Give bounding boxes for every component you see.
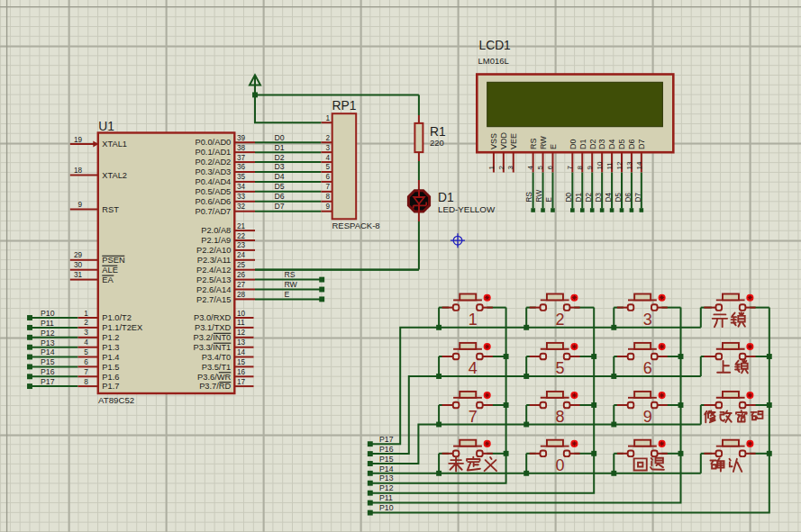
- svg-text:23: 23: [237, 241, 246, 249]
- svg-text:D5: D5: [614, 193, 623, 203]
- svg-text:P12: P12: [379, 483, 394, 492]
- svg-text:5: 5: [84, 348, 88, 356]
- svg-text:1: 1: [469, 311, 478, 329]
- svg-text:LCD1: LCD1: [479, 39, 511, 52]
- svg-text:RS: RS: [529, 138, 538, 149]
- svg-text:P2.1/A9: P2.1/A9: [201, 236, 231, 245]
- svg-text:24: 24: [237, 251, 246, 259]
- svg-text:11: 11: [605, 162, 614, 170]
- svg-text:E: E: [544, 197, 553, 203]
- svg-text:22: 22: [237, 232, 246, 240]
- svg-text:2: 2: [555, 311, 564, 329]
- svg-text:P1.3: P1.3: [102, 343, 119, 352]
- svg-text:P0.5/AD5: P0.5/AD5: [196, 187, 232, 196]
- svg-text:8: 8: [325, 193, 330, 201]
- svg-text:XTAL2: XTAL2: [102, 171, 127, 180]
- svg-text:P14: P14: [41, 347, 55, 356]
- svg-text:RW: RW: [285, 280, 298, 289]
- svg-text:RW: RW: [534, 190, 543, 203]
- svg-text:RST: RST: [102, 205, 119, 214]
- svg-text:P3.1/TXD: P3.1/TXD: [195, 323, 232, 332]
- svg-text:P3.2/INT0: P3.2/INT0: [193, 333, 231, 342]
- svg-text:D7: D7: [275, 202, 285, 211]
- svg-text:9: 9: [325, 203, 330, 211]
- svg-text:D1: D1: [574, 193, 583, 203]
- svg-text:3: 3: [84, 329, 88, 337]
- svg-text:12: 12: [237, 329, 246, 337]
- svg-text:6: 6: [84, 358, 88, 366]
- svg-text:P14: P14: [379, 464, 394, 473]
- svg-text:D3: D3: [275, 162, 285, 171]
- svg-text:3: 3: [643, 311, 652, 329]
- svg-text:30: 30: [74, 261, 83, 269]
- svg-text:P3.3/INT1: P3.3/INT1: [193, 343, 231, 352]
- svg-text:D1: D1: [275, 143, 285, 152]
- svg-text:AT89C52: AT89C52: [98, 395, 134, 405]
- svg-text:P0.4/AD4: P0.4/AD4: [196, 177, 232, 186]
- svg-text:D0: D0: [569, 139, 578, 149]
- svg-text:VDD: VDD: [499, 131, 508, 149]
- svg-text:18: 18: [74, 167, 83, 175]
- svg-text:2: 2: [325, 134, 330, 142]
- svg-text:17: 17: [237, 378, 246, 386]
- svg-text:P3.5/T1: P3.5/T1: [202, 363, 232, 372]
- svg-text:D5: D5: [617, 139, 626, 149]
- svg-text:4: 4: [469, 359, 478, 377]
- svg-text:XTAL1: XTAL1: [102, 140, 127, 149]
- svg-text:P1.0/T2: P1.0/T2: [102, 313, 132, 322]
- svg-text:16: 16: [237, 368, 246, 376]
- svg-text:D3: D3: [594, 193, 603, 203]
- svg-text:VEE: VEE: [509, 133, 518, 149]
- svg-text:P2.3/A11: P2.3/A11: [197, 256, 232, 265]
- svg-text:2: 2: [497, 166, 505, 170]
- svg-text:LED-YELLOW: LED-YELLOW: [438, 204, 496, 214]
- svg-text:2: 2: [84, 319, 88, 327]
- svg-text:P10: P10: [379, 503, 394, 512]
- svg-text:7: 7: [566, 166, 574, 170]
- svg-text:10: 10: [237, 310, 246, 318]
- svg-text:P1.7: P1.7: [102, 382, 119, 391]
- svg-text:P2.7/A15: P2.7/A15: [196, 295, 231, 304]
- svg-text:P2.0/A8: P2.0/A8: [201, 226, 231, 235]
- svg-text:P16: P16: [379, 445, 394, 454]
- svg-text:D2: D2: [588, 139, 597, 149]
- svg-text:P1.5: P1.5: [102, 363, 119, 372]
- svg-text:P15: P15: [379, 455, 394, 464]
- svg-text:P1.1/T2EX: P1.1/T2EX: [102, 323, 142, 332]
- svg-text:P0.3/AD3: P0.3/AD3: [196, 167, 232, 176]
- svg-text:6: 6: [546, 166, 554, 170]
- svg-text:9: 9: [643, 408, 652, 426]
- svg-text:P1.6: P1.6: [102, 373, 119, 382]
- svg-text:5: 5: [555, 359, 564, 377]
- svg-text:P13: P13: [379, 473, 394, 482]
- svg-text:14: 14: [635, 161, 643, 169]
- svg-text:25: 25: [237, 261, 246, 269]
- svg-text:13: 13: [625, 161, 633, 169]
- svg-text:8: 8: [555, 408, 564, 426]
- svg-text:5: 5: [325, 163, 330, 171]
- svg-text:7: 7: [325, 183, 330, 191]
- svg-text:EA: EA: [102, 275, 114, 284]
- svg-text:19: 19: [74, 136, 83, 144]
- svg-text:33: 33: [237, 193, 246, 201]
- svg-text:P2.2/A10: P2.2/A10: [196, 246, 231, 255]
- svg-text:U1: U1: [98, 120, 114, 133]
- svg-text:32: 32: [237, 203, 246, 211]
- svg-text:7: 7: [84, 368, 88, 376]
- svg-text:220: 220: [430, 138, 444, 148]
- svg-text:P0.2/AD2: P0.2/AD2: [196, 158, 232, 167]
- svg-text:38: 38: [237, 144, 246, 152]
- svg-text:21: 21: [237, 222, 246, 230]
- svg-text:P17: P17: [41, 377, 55, 386]
- svg-text:P1.2: P1.2: [102, 333, 119, 342]
- svg-text:39: 39: [237, 134, 246, 142]
- svg-text:D2: D2: [584, 193, 593, 203]
- svg-text:4: 4: [526, 166, 534, 170]
- svg-text:P13: P13: [41, 338, 55, 347]
- svg-text:P1.4: P1.4: [102, 353, 119, 362]
- svg-text:E: E: [285, 290, 290, 299]
- svg-text:P3.4/T0: P3.4/T0: [202, 353, 232, 362]
- svg-text:35: 35: [237, 173, 246, 181]
- svg-text:R1: R1: [430, 125, 446, 139]
- svg-text:9: 9: [77, 201, 82, 209]
